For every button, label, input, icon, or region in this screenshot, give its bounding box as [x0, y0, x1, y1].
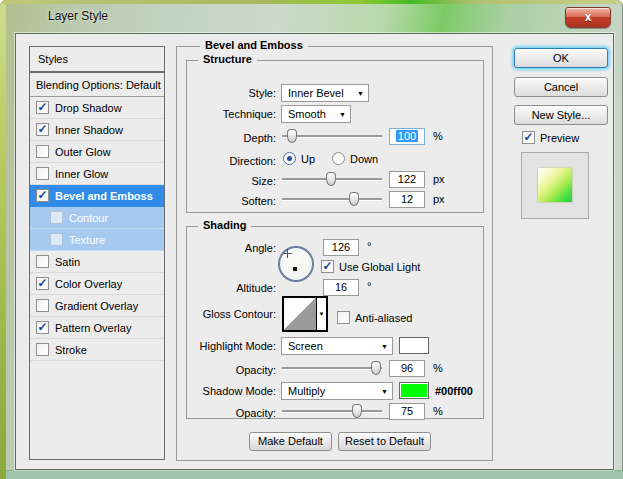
preview-checkbox-row[interactable]: ✓ Preview: [522, 131, 579, 144]
shadow-mode-dropdown[interactable]: Multiply ▼: [281, 382, 393, 400]
chevron-down-icon: ▼: [381, 388, 388, 395]
highlight-opacity-thumb[interactable]: [371, 361, 381, 375]
depth-value: 100: [396, 130, 418, 142]
size-slider[interactable]: [282, 172, 382, 186]
angle-dial-dot: [293, 267, 297, 271]
checkbox-unchecked-icon[interactable]: [50, 211, 63, 224]
check-icon: ✓: [322, 261, 332, 272]
direction-label: Direction:: [106, 155, 276, 167]
radio-down[interactable]: [332, 152, 345, 165]
panel-title: Bevel and Emboss: [200, 39, 308, 51]
altitude-input[interactable]: 16: [323, 279, 359, 296]
shadow-color-swatch[interactable]: [399, 382, 429, 399]
highlight-color-swatch[interactable]: [399, 337, 429, 354]
angle-dial[interactable]: [278, 246, 314, 282]
highlight-opacity-input[interactable]: 96: [389, 360, 425, 377]
checkbox-unchecked-icon[interactable]: [36, 167, 49, 180]
check-icon: ✓: [37, 124, 47, 135]
checkbox-checked-icon[interactable]: ✓: [36, 189, 49, 202]
cursor-crosshair-icon: [283, 253, 292, 254]
highlight-opacity-label: Opacity:: [106, 364, 276, 376]
checkbox-unchecked-icon[interactable]: [50, 233, 63, 246]
styles-header: Styles: [29, 46, 165, 72]
shadow-opacity-thumb[interactable]: [352, 404, 362, 418]
checkbox-unchecked-icon[interactable]: [36, 299, 49, 312]
shadow-opacity-unit: %: [433, 405, 443, 417]
technique-dropdown-value: Smooth: [288, 108, 326, 120]
angle-unit: °: [367, 240, 371, 252]
layer-style-dialog: Layer Style x Styles Blending Options: D…: [0, 0, 623, 479]
checkbox-checked-icon[interactable]: ✓: [321, 260, 334, 273]
style-dropdown-value: Inner Bevel: [288, 87, 344, 99]
ok-button[interactable]: OK: [514, 48, 608, 68]
use-global-light-label: Use Global Light: [339, 261, 420, 273]
checkbox-unchecked-icon[interactable]: [36, 343, 49, 356]
use-global-light-row[interactable]: ✓ Use Global Light: [321, 260, 420, 273]
style-dropdown[interactable]: Inner Bevel ▼: [281, 84, 369, 102]
contour-thumbnail-icon[interactable]: [284, 298, 316, 330]
depth-slider[interactable]: [282, 129, 382, 143]
altitude-unit: °: [367, 280, 371, 292]
preview-panel: [521, 152, 589, 219]
make-default-button[interactable]: Make Default: [249, 432, 332, 451]
slider-track: [282, 367, 382, 369]
depth-slider-thumb[interactable]: [287, 129, 297, 143]
checkbox-checked-icon[interactable]: ✓: [36, 101, 49, 114]
sidebar-item-label: Contour: [69, 212, 108, 224]
technique-label: Technique:: [106, 108, 276, 120]
check-icon: ✓: [523, 132, 533, 143]
soften-slider[interactable]: [282, 192, 382, 206]
checkbox-checked-icon[interactable]: ✓: [36, 123, 49, 136]
angle-label: Angle:: [106, 242, 276, 254]
window-title: Layer Style: [48, 9, 108, 23]
styles-list: Blending Options: Default ✓ Drop Shadow …: [29, 72, 165, 460]
window-frame-left: [0, 4, 6, 479]
shadow-opacity-slider[interactable]: [282, 404, 382, 418]
technique-dropdown[interactable]: Smooth ▼: [281, 105, 351, 123]
window-frame-top: [0, 0, 623, 4]
cancel-button[interactable]: Cancel: [514, 77, 608, 97]
highlight-mode-label: Highlight Mode:: [106, 340, 276, 352]
checkbox-checked-icon[interactable]: ✓: [522, 131, 535, 144]
highlight-opacity-slider[interactable]: [282, 361, 382, 375]
shadow-mode-value: Multiply: [288, 385, 325, 397]
new-style-button[interactable]: New Style...: [514, 105, 608, 125]
chevron-down-icon[interactable]: ▼: [316, 298, 326, 330]
shadow-opacity-input[interactable]: 75: [389, 403, 425, 420]
check-icon: ✓: [37, 322, 47, 333]
checkbox-unchecked-icon[interactable]: [36, 145, 49, 158]
angle-input[interactable]: 126: [323, 239, 359, 256]
check-icon: ✓: [37, 278, 47, 289]
soften-input[interactable]: 12: [389, 191, 425, 208]
checkbox-checked-icon[interactable]: ✓: [36, 277, 49, 290]
direction-up-label: Up: [301, 153, 315, 165]
dialog-body: Styles Blending Options: Default ✓ Drop …: [15, 33, 614, 470]
depth-input[interactable]: 100: [389, 128, 425, 145]
sidebar-item-pattern-overlay[interactable]: ✓ Pattern Overlay: [30, 317, 164, 339]
gloss-contour-picker[interactable]: ▼: [282, 296, 328, 332]
size-label: Size:: [106, 175, 276, 187]
close-button[interactable]: x: [565, 7, 611, 28]
window-frame-bottom: [6, 470, 623, 479]
depth-unit: %: [433, 130, 443, 142]
reset-to-default-button[interactable]: Reset to Default: [338, 432, 431, 451]
checkbox-checked-icon[interactable]: ✓: [36, 321, 49, 334]
shadow-opacity-label: Opacity:: [106, 407, 276, 419]
sidebar-item-label: Satin: [55, 256, 80, 268]
soften-label: Soften:: [106, 195, 276, 207]
chevron-down-icon: ▼: [339, 111, 346, 118]
anti-aliased-row[interactable]: Anti-aliased: [337, 311, 412, 324]
slider-track: [282, 198, 382, 200]
size-slider-thumb[interactable]: [326, 172, 336, 186]
sidebar-item-satin[interactable]: Satin: [30, 251, 164, 273]
checkbox-unchecked-icon[interactable]: [36, 255, 49, 268]
slider-track: [282, 135, 382, 137]
style-preview-thumbnail: [538, 168, 572, 202]
style-label: Style:: [106, 87, 276, 99]
highlight-mode-dropdown[interactable]: Screen ▼: [281, 337, 393, 355]
soften-slider-thumb[interactable]: [349, 192, 359, 206]
radio-up-selected[interactable]: [283, 152, 296, 165]
checkbox-unchecked-icon[interactable]: [337, 311, 350, 324]
sidebar-item-contour[interactable]: Contour: [30, 207, 164, 229]
size-input[interactable]: 122: [389, 171, 425, 188]
